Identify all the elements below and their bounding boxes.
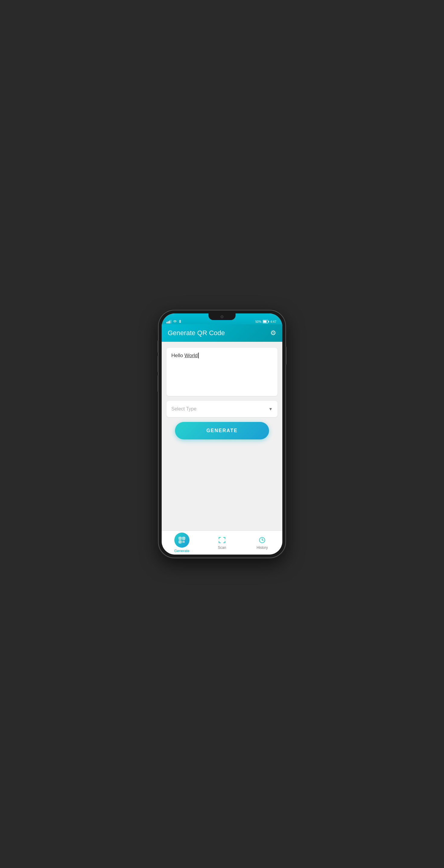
bottom-nav: Generate Scan: [162, 530, 282, 555]
svg-rect-0: [167, 322, 168, 323]
settings-icon[interactable]: ⚙: [270, 329, 276, 337]
battery-icon: [263, 320, 269, 323]
svg-rect-18: [184, 541, 185, 542]
chevron-down-icon: ▼: [268, 407, 273, 411]
nav-tab-scan[interactable]: Scan: [202, 536, 242, 550]
nav-tab-history[interactable]: History: [242, 536, 282, 550]
phone-screen: 50% 4:47 Generate QR Code ⚙ Hello World: [162, 313, 282, 555]
select-type-dropdown[interactable]: Select Type ▼: [167, 401, 277, 417]
text-input-container[interactable]: Hello World: [167, 348, 277, 396]
svg-rect-14: [179, 541, 180, 542]
svg-rect-3: [171, 320, 172, 323]
usb-icon: [179, 320, 182, 323]
generate-nav-icon-bg: [174, 532, 189, 548]
status-left: [167, 315, 182, 323]
scan-nav-label: Scan: [218, 546, 226, 550]
svg-rect-17: [182, 541, 183, 542]
main-content: Hello World Select Type ▼ GENERATE: [162, 342, 282, 530]
svg-rect-7: [268, 321, 269, 322]
history-icon: [258, 536, 266, 544]
svg-rect-13: [183, 538, 184, 538]
generate-button[interactable]: GENERATE: [175, 422, 269, 439]
svg-rect-12: [179, 538, 180, 538]
status-right: 50% 4:47: [256, 315, 276, 323]
svg-rect-2: [169, 321, 170, 324]
text-display: Hello World: [171, 352, 273, 359]
generate-nav-label: Generate: [174, 549, 189, 553]
front-camera: [220, 315, 224, 318]
svg-rect-1: [168, 321, 169, 323]
phone-frame: 50% 4:47 Generate QR Code ⚙ Hello World: [159, 310, 285, 558]
svg-rect-8: [263, 321, 266, 323]
app-title: Generate QR Code: [168, 329, 225, 337]
history-nav-label: History: [257, 546, 268, 550]
signal-icon: [167, 320, 171, 323]
time-display: 4:47: [271, 320, 276, 323]
app-bar: Generate QR Code ⚙: [162, 324, 282, 342]
svg-rect-16: [184, 541, 185, 541]
notch: [208, 313, 236, 320]
select-type-placeholder: Select Type: [171, 406, 196, 412]
qr-code-icon: [178, 536, 186, 544]
wifi-icon: [173, 320, 177, 323]
nav-tab-generate[interactable]: Generate: [162, 532, 202, 553]
scan-icon: [218, 536, 226, 544]
battery-percent: 50%: [256, 320, 262, 323]
svg-rect-15: [182, 541, 183, 541]
